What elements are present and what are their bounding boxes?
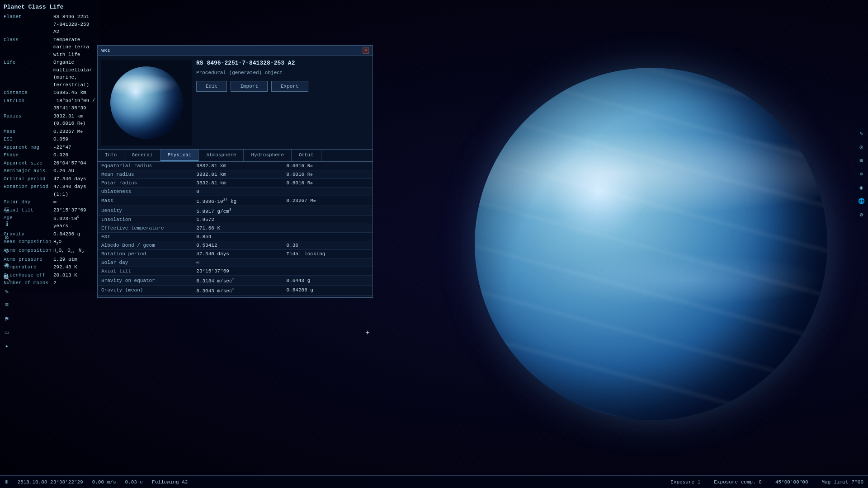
info-label: ESI (4, 136, 53, 143)
camera-icon[interactable]: ◉ (2, 259, 12, 269)
table-row: Equatorial radius3832.81 km0.6016 R⊕ (98, 162, 373, 170)
info-label: Lat/Lon (4, 97, 53, 112)
menu-icon[interactable]: ☰ (2, 205, 12, 215)
table-value2: 0.6016 R⊕ (283, 170, 373, 179)
table-property: Gravity (mean) (98, 285, 193, 295)
info-row: Distance16985.45 km (4, 89, 96, 97)
info-row: Lat/Lon-18°56'19"09 / 35°41'35"39 (4, 97, 96, 112)
flag-icon[interactable]: ⚑ (2, 314, 12, 324)
table-row: Rotation period47.340 daysTidal locking (98, 250, 373, 258)
planet-display (434, 0, 868, 488)
table-property: Gravity on equator (98, 276, 193, 286)
table-property: Density (98, 206, 193, 216)
tab-general[interactable]: General (124, 150, 160, 161)
table-value1: 3832.81 km (193, 170, 283, 179)
info-row: Seas compositionH2O (4, 238, 96, 246)
tab-orbit[interactable]: Orbit (292, 150, 321, 161)
tab-hydrosphere[interactable]: Hydrosphere (244, 150, 292, 161)
info-value: Temperate marine terra with life (53, 36, 96, 59)
tab-info[interactable]: Info (98, 150, 124, 161)
table-value2 (283, 233, 373, 241)
pen-icon[interactable]: ✎ (2, 286, 12, 296)
table-property: ESI (98, 233, 193, 241)
wiki-planet-name: RS 8496-2251-7-841328-253 A2 (196, 60, 369, 66)
info-value: Organic multicellular (marine, terrestri… (53, 59, 96, 89)
table-row: Gravity (mean)6.3043 m/sec20.64286 g (98, 285, 373, 295)
table-property: Mass (98, 196, 193, 206)
table-row: Oblateness0 (98, 188, 373, 196)
info-row: Atmo compositionH2O, O2, N2 (4, 247, 96, 255)
right-tool-4[interactable]: ⊗ (856, 169, 866, 179)
info-value: 3832.81 km (0.6016 R⊕) (53, 113, 96, 127)
right-tool-1[interactable]: ✎ (856, 128, 866, 138)
wiki-import-button[interactable]: Import (231, 81, 268, 92)
info-row: Semimajor axis0.26 AU (4, 167, 96, 175)
info-label: Semimajor axis (4, 167, 53, 175)
bottom-right-info: Exposure 1 Exposure comp. 0 45°00'00"00 … (670, 479, 863, 485)
table-value1: 6.3184 m/sec2 (193, 276, 283, 286)
info-value: 0.23267 M⊕ (53, 128, 83, 136)
right-tool-6[interactable]: 🌐 (856, 196, 866, 206)
wiki-modal: WKI × RS 8496-2251-7-841328-253 A2 Proce… (97, 45, 373, 298)
tab-atmosphere[interactable]: Atmosphere (199, 150, 244, 161)
right-tool-2[interactable]: ◎ (856, 142, 866, 152)
info-row: Phase0.926 (4, 151, 96, 159)
wiki-close-button[interactable]: × (363, 47, 369, 54)
planet-sphere (475, 68, 827, 420)
monitor-icon[interactable]: ▭ (2, 327, 12, 337)
crosshair: + (365, 329, 370, 337)
search-icon[interactable]: 🔍 (2, 273, 12, 283)
right-tool-7[interactable]: ⚙ (856, 210, 866, 220)
table-value2 (283, 188, 373, 196)
info-label: Rotation period (4, 183, 53, 198)
filter-icon[interactable]: ⚙ (2, 232, 12, 242)
left-toolbar: ☰ ℹ ⚙ ⊕ ◉ 🔍 ✎ ≡ ⚑ ▭ ✦ (0, 203, 14, 352)
table-value2: Tidal locking (283, 250, 373, 258)
info-label: Radius (4, 113, 53, 127)
table-value2: 0.64286 g (283, 285, 373, 295)
list-icon[interactable]: ≡ (2, 300, 12, 310)
table-property: Albedo Bond / geom (98, 241, 193, 250)
speed-display-1: 0.00 m/s (92, 479, 116, 485)
info-value: H2O, O2, N2 (53, 247, 84, 255)
table-value2 (283, 258, 373, 267)
info-row: Axial tilt23°15'37"69 (4, 206, 96, 214)
table-value1: 3832.81 km (193, 179, 283, 188)
info-value: 23°15'37"69 (53, 206, 86, 214)
table-property: Gravity on poles (98, 295, 193, 297)
tab-physical[interactable]: Physical (160, 150, 199, 161)
table-row: Density5.8917 g/cm3 (98, 206, 373, 216)
info-icon[interactable]: ℹ (2, 219, 12, 229)
info-value: 6.023·109 years (53, 214, 96, 230)
wiki-action-buttons: Edit Import Export (196, 81, 369, 92)
info-row: Gravity0.64286 g (4, 230, 96, 238)
info-row: Solar day∞ (4, 198, 96, 206)
info-label: Apparent size (4, 160, 53, 167)
table-value2: 0.6016 R⊕ (283, 162, 373, 170)
table-value1: 23°15'37"69 (193, 267, 283, 276)
table-value2 (283, 224, 373, 233)
info-row: Radius3832.81 km (0.6016 R⊕) (4, 113, 96, 127)
right-tool-3[interactable]: ⊞ (856, 155, 866, 165)
info-row: Number of moons2 (4, 279, 96, 287)
info-label: Planet (4, 13, 53, 36)
table-value1: 0.859 (193, 233, 283, 241)
datetime-display: 2518.10.08 23°38'22"29 (17, 479, 83, 485)
info-value: 0.926 (53, 151, 68, 159)
table-row: Gravity on poles6.3043 m/sec20.64286 g (98, 295, 373, 297)
exposure-display: Exposure 1 (670, 479, 700, 485)
table-property: Insolation (98, 216, 193, 224)
table-property: Rotation period (98, 250, 193, 258)
table-value1: 6.3043 m/sec2 (193, 295, 283, 297)
info-value: H2O (53, 238, 61, 246)
wiki-export-button[interactable]: Export (271, 81, 308, 92)
settings-icon[interactable]: ✦ (2, 341, 12, 351)
layers-icon[interactable]: ⊕ (2, 246, 12, 256)
info-value: RS 8496-2251-7-841328-253 A2 (53, 13, 96, 36)
wiki-planet-preview (101, 60, 192, 145)
wiki-data-table: Equatorial radius3832.81 km0.6016 R⊕Mean… (98, 162, 373, 297)
wiki-edit-button[interactable]: Edit (196, 81, 227, 92)
right-tool-5[interactable]: ◉ (856, 183, 866, 192)
panel-header: Planet Class Life (4, 4, 96, 10)
wiki-data-table-container[interactable]: Equatorial radius3832.81 km0.6016 R⊕Mean… (98, 162, 373, 297)
